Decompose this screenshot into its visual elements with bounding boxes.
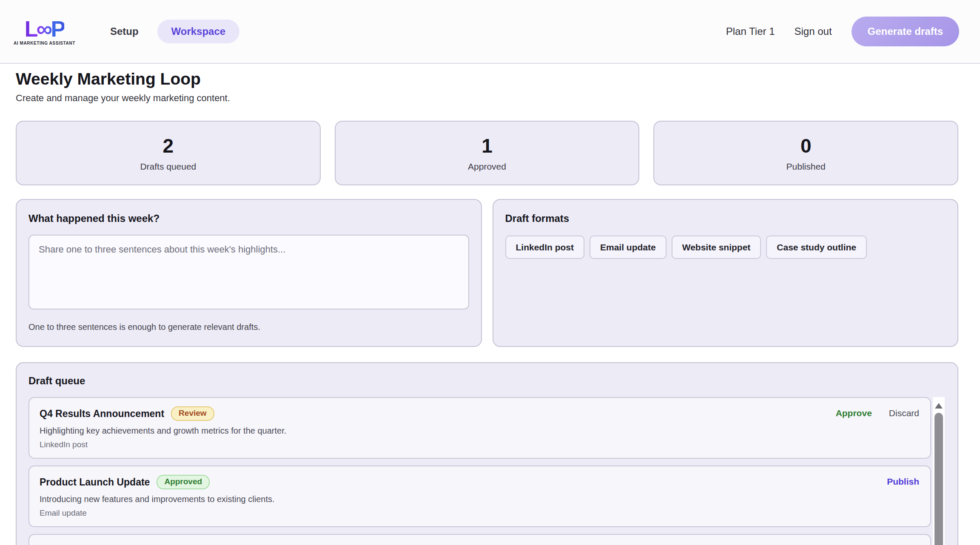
sign-out-link[interactable]: Sign out: [795, 26, 832, 37]
draft-formats-panel: Draft formats LinkedIn post Email update…: [493, 199, 959, 347]
draft-description: Highlighting key achievements and growth…: [40, 426, 920, 436]
week-highlights-panel: What happened this week? One to three se…: [16, 199, 482, 347]
logo-wordmark: L∞P: [25, 17, 64, 40]
tab-setup[interactable]: Setup: [106, 20, 143, 43]
draft-queue-panel: Draft queue Q4 Results Announcement Revi…: [16, 362, 958, 545]
header: L∞P AI MARKETING ASSISTANT Setup Workspa…: [0, 0, 980, 64]
list-item: Product Launch Update Approved Introduci…: [28, 466, 931, 527]
app-logo: L∞P AI MARKETING ASSISTANT: [14, 17, 75, 45]
draft-title: Q4 Results Announcement: [40, 408, 164, 420]
stat-label: Approved: [468, 162, 506, 172]
draft-actions: Publish: [887, 477, 919, 487]
stat-card-published: 0 Published: [653, 121, 958, 185]
stat-value: 1: [481, 134, 493, 157]
draft-card-header: Q4 Results Announcement Review: [40, 406, 920, 421]
logo-letter-p: P: [51, 17, 64, 41]
stat-card-drafts-queued: 2 Drafts queued: [16, 121, 321, 185]
draft-formats-heading: Draft formats: [505, 213, 946, 224]
approve-button[interactable]: Approve: [836, 408, 872, 418]
draft-actions: Approve Discard: [836, 408, 919, 418]
week-input-hint: One to three sentences is enough to gene…: [28, 322, 469, 332]
list-item: Q4 Results Announcement Review Highlight…: [28, 397, 931, 459]
discard-button[interactable]: Discard: [889, 408, 919, 418]
logo-caption: AI MARKETING ASSISTANT: [14, 41, 75, 45]
page-subtitle: Create and manage your weekly marketing …: [16, 93, 958, 104]
header-actions: Plan Tier 1 Sign out Generate drafts: [726, 17, 959, 46]
logo-letter-l: L: [25, 17, 37, 41]
stat-card-approved: 1 Approved: [335, 121, 640, 185]
stat-value: 0: [801, 134, 812, 157]
list-item-partially-visible: [28, 534, 931, 545]
plan-tier-label: Plan Tier 1: [726, 26, 775, 37]
infinity-icon: ∞: [37, 16, 51, 41]
format-option-email-update[interactable]: Email update: [590, 236, 667, 259]
page-title: Weekly Marketing Loop: [16, 70, 958, 88]
queue-scrollbar[interactable]: [933, 397, 945, 545]
stats-row: 2 Drafts queued 1 Approved 0 Published: [16, 121, 958, 185]
input-and-formats-row: What happened this week? One to three se…: [16, 199, 958, 347]
format-option-case-study-outline[interactable]: Case study outline: [766, 236, 867, 259]
main-content: Weekly Marketing Loop Create and manage …: [0, 70, 980, 545]
draft-queue-body: Q4 Results Announcement Review Highlight…: [28, 397, 945, 545]
format-options-row: LinkedIn post Email update Website snipp…: [505, 236, 946, 259]
scrollbar-thumb[interactable]: [934, 413, 943, 545]
scroll-up-arrow-icon[interactable]: [935, 403, 943, 409]
main-nav: Setup Workspace: [106, 20, 239, 43]
stat-label: Published: [786, 162, 826, 172]
status-badge: Review: [171, 406, 214, 421]
publish-button[interactable]: Publish: [887, 477, 919, 487]
draft-title: Product Launch Update: [40, 477, 150, 488]
draft-description: Introducing new features and improvement…: [40, 494, 920, 504]
draft-queue-heading: Draft queue: [28, 375, 945, 387]
draft-format-label: Email update: [40, 508, 920, 518]
draft-queue-list: Q4 Results Announcement Review Highlight…: [28, 397, 931, 545]
week-panel-heading: What happened this week?: [28, 213, 469, 224]
draft-card-header: Product Launch Update Approved: [40, 475, 920, 489]
draft-format-label: LinkedIn post: [40, 440, 920, 449]
generate-drafts-button[interactable]: Generate drafts: [852, 17, 959, 46]
tab-workspace[interactable]: Workspace: [157, 20, 240, 43]
stat-value: 2: [163, 134, 174, 157]
week-highlights-input[interactable]: [28, 235, 469, 309]
stat-label: Drafts queued: [140, 162, 196, 172]
status-badge: Approved: [157, 475, 210, 489]
format-option-website-snippet[interactable]: Website snippet: [672, 236, 761, 259]
format-option-linkedin-post[interactable]: LinkedIn post: [505, 236, 585, 259]
